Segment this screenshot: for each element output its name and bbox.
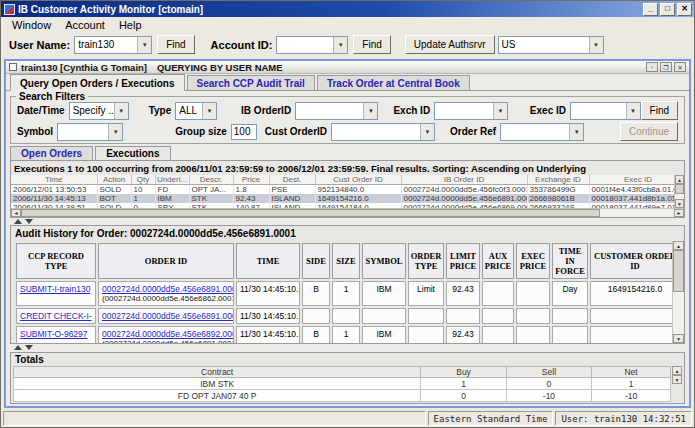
exec-cell: 10 (131, 185, 155, 195)
datetime-combo[interactable]: Specify ... ▼ (69, 102, 129, 120)
exec-column-header[interactable]: Time (11, 175, 97, 185)
scroll-up-icon[interactable]: ▲ (673, 241, 684, 250)
querying-mode-label: QUERYING BY USER NAME (157, 62, 283, 73)
chevron-down-icon[interactable]: ▼ (114, 103, 128, 119)
scroll-down-icon[interactable]: ▼ (672, 375, 682, 384)
maximize-button[interactable]: □ (660, 3, 675, 16)
splitter-up-icon[interactable] (14, 345, 22, 350)
update-authsrvr-button[interactable]: Update Authsrvr (405, 35, 495, 54)
exec-column-header[interactable]: IB Order ID (401, 175, 527, 185)
exch-id-combo[interactable]: ▼ (434, 102, 508, 120)
splitter-down-icon[interactable] (25, 345, 33, 350)
scroll-down-icon[interactable]: ▼ (673, 334, 684, 343)
audit-vscrollbar[interactable]: ▲ ▼ (672, 241, 684, 343)
find-user-button[interactable]: Find (157, 35, 194, 54)
scroll-thumb[interactable] (673, 250, 684, 292)
region-combo[interactable]: US ▼ (498, 36, 604, 54)
exec-column-header[interactable]: Cust Order ID (315, 175, 401, 185)
type-combo[interactable]: ALL ▼ (175, 102, 217, 120)
minimize-button[interactable]: _ (643, 3, 658, 16)
find-filters-button[interactable]: Find (641, 101, 678, 120)
scroll-thumb[interactable] (21, 209, 600, 217)
exec-column-header[interactable]: Descr. (189, 175, 233, 185)
user-name-value: train130 (75, 37, 137, 53)
exec-column-header[interactable]: Exec ID (589, 175, 674, 185)
continue-button[interactable]: Continue (620, 122, 678, 141)
executions-vscrollbar[interactable]: ▲ ▼ (674, 175, 684, 208)
frame-close-icon[interactable]: ✕ (674, 62, 686, 72)
ib-orderid-combo[interactable]: ▼ (295, 102, 378, 120)
executions-header-row: TimeActionQtyUnderl...Descr.PriceDest.Cu… (11, 175, 674, 185)
audit-history-panel: Audit History for Order: 0002724d.0000dd… (10, 225, 685, 344)
splitter-down-icon[interactable] (25, 219, 33, 224)
parent-order-id: (0002724d.0000dd5e.456e6891.0001) (102, 339, 230, 343)
find-account-button[interactable]: Find (353, 35, 390, 54)
chevron-down-icon[interactable]: ▼ (108, 124, 122, 140)
chevron-down-icon[interactable]: ▼ (137, 37, 151, 53)
audit-cell-order-type: Limit (408, 281, 444, 306)
splitter-up-icon[interactable] (14, 219, 22, 224)
chevron-down-icon[interactable]: ▼ (589, 37, 603, 53)
exec-column-header[interactable]: Action (97, 175, 131, 185)
scroll-up-icon[interactable]: ▲ (672, 366, 682, 375)
audit-cell-customer-order-id (590, 326, 672, 343)
splitter-top[interactable] (6, 218, 689, 225)
order-id-link[interactable]: 0002724d.0000dd5e.456e6891.0001 (102, 284, 230, 294)
exec-id-value (571, 103, 626, 119)
symbol-combo[interactable]: ▼ (57, 123, 123, 141)
tab-query-open-orders-executions[interactable]: Query Open Orders / Executions (10, 74, 185, 91)
executions-status-text: Executions 1 to 100 occurring from 2006/… (11, 161, 684, 175)
exec-cell: 92.43 (233, 194, 269, 203)
exec-id-combo[interactable]: ▼ (570, 102, 641, 120)
exch-id-value (435, 103, 493, 119)
audit-history-table: CCP RECORD TYPEORDER IDTIMESIDESIZESYMBO… (14, 241, 672, 343)
frame-checkbox-icon[interactable] (9, 63, 17, 71)
totals-vscrollbar[interactable]: ▲ ▼ (672, 366, 682, 402)
totals-cell: 1 (592, 378, 671, 390)
exec-table-row[interactable]: 2006/12/01 13:50:53SOLD10FDOPT JA...1.8P… (11, 185, 674, 195)
frame-minimize-icon[interactable]: ▫ (646, 62, 658, 72)
scroll-down-icon[interactable]: ▼ (675, 199, 684, 208)
exec-column-header[interactable]: Price (233, 175, 269, 185)
splitter-bottom[interactable] (6, 344, 689, 351)
scroll-left-icon[interactable]: ◄ (11, 209, 21, 217)
scroll-right-icon[interactable]: ► (674, 209, 684, 217)
order-ref-combo[interactable]: ▼ (500, 123, 584, 141)
record-type-link[interactable]: CREDIT CHECK-I- (20, 311, 92, 321)
cust-orderid-combo[interactable]: ▼ (331, 123, 435, 141)
exec-column-header[interactable]: Underl... (155, 175, 189, 185)
chevron-down-icon[interactable]: ▼ (493, 103, 507, 119)
record-type-link[interactable]: SUBMIT-O-96297 (20, 329, 88, 339)
close-button[interactable]: ✕ (677, 3, 692, 16)
exec-column-header[interactable]: Exchange ID (527, 175, 589, 185)
user-name-combo[interactable]: train130 ▼ (74, 36, 152, 54)
menu-window[interactable]: Window (5, 19, 58, 31)
tab-search-ccp-audit-trail[interactable]: Search CCP Audit Trail (187, 75, 315, 90)
menu-help[interactable]: Help (112, 19, 149, 31)
scroll-up-icon[interactable]: ▲ (675, 175, 684, 184)
account-id-combo[interactable]: ▼ (276, 36, 348, 54)
chevron-down-icon[interactable]: ▼ (569, 124, 583, 140)
exec-table-row[interactable]: 2006/11/30 14:45:13BOT1IBMSTK92.43ISLAND… (11, 194, 674, 203)
scroll-thumb[interactable] (675, 184, 684, 194)
exec-cell: 2006/11/30 14:45:13 (11, 194, 97, 203)
exec-column-header[interactable]: Qty (131, 175, 155, 185)
chevron-down-icon[interactable]: ▼ (333, 37, 347, 53)
group-size-input[interactable] (231, 124, 257, 140)
order-id-link[interactable]: 0002724d.0000dd5e.456e6891.0001 (102, 311, 230, 321)
audit-cell-order-id: 0002724d.0000dd5e.456e6892.0001(0002724d… (98, 326, 234, 343)
frame-maximize-icon[interactable]: ❐ (660, 62, 672, 72)
subtab-open-orders[interactable]: Open Orders (10, 146, 93, 160)
chevron-down-icon[interactable]: ▼ (626, 103, 640, 119)
record-type-link[interactable]: SUBMIT-I-train130 (20, 284, 90, 294)
menu-account[interactable]: Account (58, 19, 112, 31)
executions-hscrollbar[interactable]: ◄ ► (11, 208, 684, 217)
tab-track-order-central-book[interactable]: Track Order at Central Book (317, 75, 470, 90)
subtab-executions[interactable]: Executions (95, 146, 170, 160)
order-ref-value (501, 124, 569, 140)
chevron-down-icon[interactable]: ▼ (363, 103, 377, 119)
chevron-down-icon[interactable]: ▼ (420, 124, 434, 140)
exec-column-header[interactable]: Dest. (269, 175, 315, 185)
order-id-link[interactable]: 0002724d.0000dd5e.456e6892.0001 (102, 329, 230, 339)
chevron-down-icon[interactable]: ▼ (202, 103, 216, 119)
